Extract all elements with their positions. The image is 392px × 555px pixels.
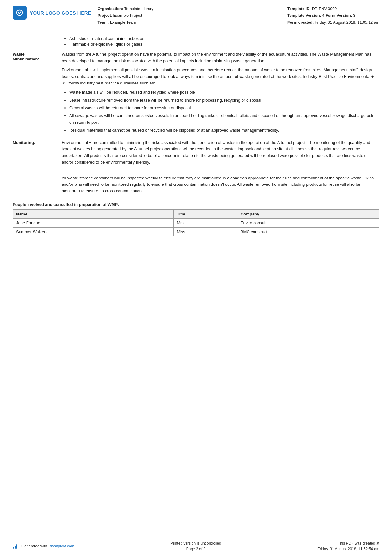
form-created-label: Form created:	[287, 20, 314, 25]
team-value: Example Team	[110, 20, 136, 25]
people-table-body: Jane FondueMrsEnviro consultSummer Walke…	[13, 218, 379, 236]
header: YOUR LOGO GOES HERE Organisation: Templa…	[0, 0, 392, 30]
form-version-label: Form Version:	[326, 13, 352, 18]
org-row: Organisation: Template Library	[98, 6, 281, 12]
project-row: Project: Example Project	[98, 12, 281, 19]
table-cell-title: Mrs	[174, 218, 237, 227]
table-row: Jane FondueMrsEnviro consult	[13, 218, 379, 227]
col-title-header: Title	[174, 209, 237, 218]
form-version-value: 3	[353, 13, 355, 18]
form-created-row: Form created: Friday, 31 August 2018, 11…	[287, 19, 379, 26]
footer-logo	[13, 543, 19, 549]
dashpivot-link[interactable]: dashpivot.com	[50, 544, 74, 548]
list-item: All sewage wastes will be contained on s…	[69, 113, 379, 126]
team-label: Team:	[98, 20, 109, 25]
table-row: Summer WalkersMissBMC construct	[13, 227, 379, 236]
people-table: Name Title Company: Jane FondueMrsEnviro…	[13, 209, 379, 236]
people-heading: People involved and consulted in prepara…	[13, 202, 379, 207]
footer-pdf-created-label: This PDF was created at	[317, 540, 379, 546]
top-bullets: Asbestos or material containing asbestos…	[13, 34, 379, 51]
waste-minimisation-content: Wastes from the A tunnel project operati…	[62, 51, 379, 136]
template-id-label: Template ID:	[287, 7, 311, 11]
list-item: General wastes will be returned to shore…	[69, 105, 379, 111]
footer-center: Printed version is uncontrolled Page 3 o…	[170, 540, 221, 552]
list-item: Flammable or explosive liquids or gases	[69, 42, 379, 47]
table-cell-name: Summer Walkers	[13, 227, 174, 236]
template-version-value: 4	[322, 13, 324, 18]
svg-rect-0	[13, 547, 14, 549]
wm-paragraph1: Wastes from the A tunnel project operati…	[62, 51, 379, 65]
wm-bullets-list: Waste materials will be reduced, reused …	[69, 89, 379, 134]
table-cell-name: Jane Fondue	[13, 218, 174, 227]
monitoring-paragraph1: Environmental + are committed to minimis…	[62, 140, 379, 166]
footer-page-number: Page 3 of 8	[170, 546, 221, 552]
footer: Generated with dashpivot.com Printed ver…	[0, 537, 392, 555]
footer-uncontrolled: Printed version is uncontrolled	[170, 540, 221, 546]
logo-area: YOUR LOGO GOES HERE	[13, 6, 91, 20]
header-meta-right: Template ID: DP-ENV-0009 Template Versio…	[287, 6, 379, 26]
svg-rect-2	[16, 544, 17, 549]
col-name-header: Name	[13, 209, 174, 218]
template-id-value: DP-ENV-0009	[312, 7, 337, 11]
project-value: Example Project	[113, 13, 142, 18]
footer-left: Generated with dashpivot.com	[13, 543, 74, 549]
list-item: Asbestos or material containing asbestos	[69, 36, 379, 41]
monitoring-label: Monitoring:	[13, 140, 62, 197]
table-cell-company: Enviro consult	[237, 218, 379, 227]
table-cell-title: Miss	[174, 227, 237, 236]
page: YOUR LOGO GOES HERE Organisation: Templa…	[0, 0, 392, 555]
template-version-row: Template Version: 4 Form Version: 3	[287, 12, 379, 19]
monitoring-content: Environmental + are committed to minimis…	[62, 140, 379, 197]
footer-right: This PDF was created at Friday, 31 Augus…	[317, 540, 379, 552]
wm-paragraph2: Environmental + will implement all possi…	[62, 67, 379, 86]
org-value: Template Library	[124, 7, 153, 11]
monitoring-section: Monitoring: Environmental + are committe…	[13, 140, 379, 197]
footer-pdf-created-date: Friday, 31 August 2018, 11:52:54 am	[317, 546, 379, 552]
template-version-label: Template Version:	[287, 13, 321, 18]
team-row: Team: Example Team	[98, 19, 281, 26]
table-cell-company: BMC construct	[237, 227, 379, 236]
org-label: Organisation:	[98, 7, 123, 11]
list-item: Residual materials that cannot be reused…	[69, 127, 379, 134]
monitoring-paragraph2: All waste storage containers will be ins…	[62, 175, 379, 195]
form-created-value: Friday, 31 August 2018, 11:05:12 am	[315, 20, 379, 25]
logo-text: YOUR LOGO GOES HERE	[30, 10, 91, 16]
waste-minimisation-label: WasteMinimisation:	[13, 51, 62, 136]
list-item: Waste materials will be reduced, reused …	[69, 89, 379, 96]
logo-icon	[13, 6, 27, 20]
table-header-row: Name Title Company:	[13, 209, 379, 218]
list-item: Lease infrastructure removed from the le…	[69, 97, 379, 104]
dashpivot-logo-icon	[13, 543, 19, 549]
waste-minimisation-section: WasteMinimisation: Wastes from the A tun…	[13, 51, 379, 136]
svg-rect-1	[15, 546, 16, 549]
col-company-header: Company:	[237, 209, 379, 218]
generated-text: Generated with	[21, 544, 47, 548]
header-meta-center: Organisation: Template Library Project: …	[98, 6, 281, 26]
main-content: Asbestos or material containing asbestos…	[0, 30, 392, 537]
template-id-row: Template ID: DP-ENV-0009	[287, 6, 379, 12]
people-section: People involved and consulted in prepara…	[13, 202, 379, 236]
project-label: Project:	[98, 13, 113, 18]
